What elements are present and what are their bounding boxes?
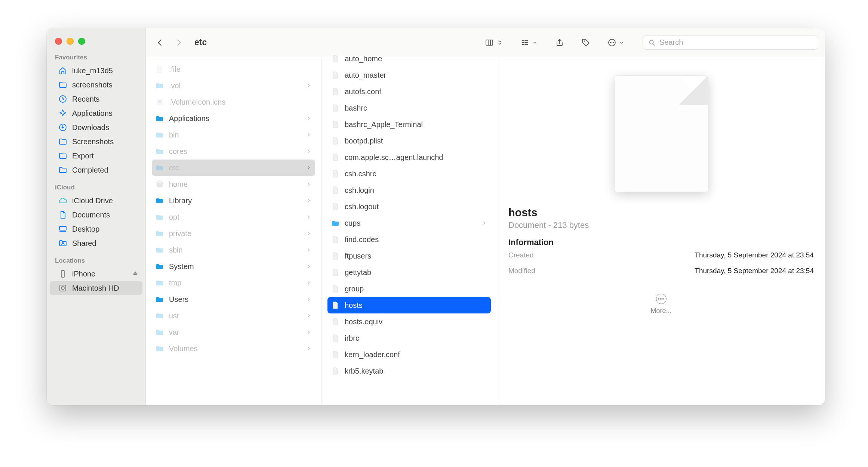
more-button[interactable]: ••• More... bbox=[508, 294, 814, 315]
search-field[interactable]: Search bbox=[643, 35, 818, 50]
file-name: Volumes bbox=[169, 344, 302, 353]
file-name: hosts bbox=[345, 301, 487, 310]
file-row[interactable]: autofs.conf bbox=[327, 83, 491, 100]
file-icon bbox=[330, 54, 340, 64]
chevron-right-icon bbox=[306, 180, 311, 189]
file-row[interactable]: group bbox=[327, 281, 491, 297]
file-row[interactable]: Users bbox=[152, 291, 315, 307]
sidebar-item-desktop[interactable]: Desktop bbox=[50, 222, 142, 236]
sidebar-item-applications[interactable]: Applications bbox=[50, 106, 142, 120]
sidebar-item-luke-m13d5[interactable]: luke_m13d5 bbox=[50, 64, 142, 78]
file-row[interactable]: gettytab bbox=[327, 264, 491, 281]
chevron-down-icon bbox=[619, 40, 625, 46]
file-row[interactable]: auto_home bbox=[327, 50, 491, 67]
file-row[interactable]: ftpusers bbox=[327, 248, 491, 264]
file-icon bbox=[155, 179, 164, 189]
forward-button[interactable] bbox=[171, 35, 186, 50]
sidebar-item-screenshots[interactable]: Screenshots bbox=[50, 134, 142, 149]
file-row[interactable]: bashrc_Apple_Terminal bbox=[327, 116, 491, 133]
file-row[interactable]: opt bbox=[152, 209, 315, 225]
tags-button[interactable] bbox=[578, 36, 593, 49]
search-placeholder: Search bbox=[659, 38, 683, 47]
file-row[interactable]: cores bbox=[152, 143, 315, 160]
file-row[interactable]: auto_master bbox=[327, 67, 491, 83]
column-0[interactable]: .file.vol.VolumeIcon.icnsApplicationsbin… bbox=[146, 57, 321, 405]
file-row[interactable]: bootpd.plist bbox=[327, 133, 491, 149]
sidebar-item-screenshots[interactable]: screenshots bbox=[50, 78, 142, 92]
file-row[interactable]: sbin bbox=[152, 242, 315, 258]
file-name: group bbox=[345, 285, 487, 293]
file-icon bbox=[155, 64, 164, 74]
group-by-button[interactable] bbox=[517, 36, 541, 49]
file-row[interactable]: csh.cshrc bbox=[327, 166, 491, 182]
eject-icon[interactable] bbox=[132, 270, 139, 278]
file-row[interactable]: .file bbox=[152, 61, 315, 77]
file-row[interactable]: bashrc bbox=[327, 100, 491, 116]
file-row[interactable]: Applications bbox=[152, 110, 315, 127]
file-row[interactable]: csh.login bbox=[327, 182, 491, 198]
file-row[interactable]: Library bbox=[152, 192, 315, 209]
file-icon bbox=[330, 350, 340, 359]
file-icon bbox=[155, 294, 164, 304]
sidebar: Favouritesluke_m13d5screenshotsRecentsAp… bbox=[47, 28, 146, 405]
file-icon bbox=[155, 97, 164, 107]
file-name: csh.login bbox=[345, 186, 487, 195]
share-button[interactable] bbox=[552, 36, 567, 49]
sidebar-section-label: Favourites bbox=[47, 54, 145, 64]
file-name: etc bbox=[169, 164, 302, 172]
sidebar-item-completed[interactable]: Completed bbox=[50, 163, 142, 177]
chevron-down-icon bbox=[532, 40, 538, 46]
info-value: Thursday, 5 September 2024 at 23:54 bbox=[695, 251, 814, 259]
file-row[interactable]: com.apple.sc…agent.launchd bbox=[327, 149, 491, 166]
file-row[interactable]: Volumes bbox=[152, 340, 315, 357]
file-row[interactable]: usr bbox=[152, 307, 315, 324]
file-row[interactable]: tmp bbox=[152, 275, 315, 291]
file-row[interactable]: hosts bbox=[327, 297, 491, 313]
sidebar-item-label: Screenshots bbox=[72, 137, 114, 146]
file-row[interactable]: System bbox=[152, 258, 315, 275]
file-row[interactable]: krb5.keytab bbox=[327, 363, 491, 379]
sidebar-item-documents[interactable]: Documents bbox=[50, 208, 142, 222]
file-row[interactable]: private bbox=[152, 225, 315, 242]
finder-window: Favouritesluke_m13d5screenshotsRecentsAp… bbox=[47, 28, 825, 405]
sidebar-item-iphone[interactable]: iPhone bbox=[50, 267, 142, 281]
download-icon bbox=[58, 123, 68, 132]
column-1[interactable]: auto_homeauto_masterautofs.confbashrcbas… bbox=[321, 50, 497, 405]
preview-info-heading: Information bbox=[508, 238, 814, 247]
back-button[interactable] bbox=[153, 35, 167, 50]
zoom-button[interactable] bbox=[78, 38, 85, 45]
sidebar-item-icloud-drive[interactable]: iCloud Drive bbox=[50, 194, 142, 208]
sidebar-item-shared[interactable]: Shared bbox=[50, 236, 142, 250]
sidebar-item-downloads[interactable]: Downloads bbox=[50, 120, 142, 134]
house-icon bbox=[58, 66, 68, 75]
view-mode-button[interactable] bbox=[481, 36, 506, 49]
file-row[interactable]: find.codes bbox=[327, 231, 491, 248]
file-icon bbox=[155, 311, 164, 321]
sidebar-item-recents[interactable]: Recents bbox=[50, 92, 142, 106]
close-button[interactable] bbox=[55, 38, 62, 45]
chevron-right-icon bbox=[306, 81, 311, 90]
info-row-created: Created Thursday, 5 September 2024 at 23… bbox=[508, 247, 814, 263]
file-row[interactable]: hosts.equiv bbox=[327, 313, 491, 330]
file-row[interactable]: etc bbox=[152, 160, 315, 176]
file-icon bbox=[330, 317, 340, 327]
file-row[interactable]: .VolumeIcon.icns bbox=[152, 94, 315, 110]
file-icon bbox=[330, 284, 340, 294]
minimize-button[interactable] bbox=[67, 38, 74, 45]
file-row[interactable]: home bbox=[152, 176, 315, 192]
file-row[interactable]: csh.logout bbox=[327, 198, 491, 215]
file-icon bbox=[330, 169, 340, 179]
file-row[interactable]: .vol bbox=[152, 77, 315, 94]
file-row[interactable]: irbrc bbox=[327, 330, 491, 346]
file-name: private bbox=[169, 229, 302, 238]
file-row[interactable]: kern_loader.conf bbox=[327, 346, 491, 363]
file-name: ftpusers bbox=[345, 252, 487, 260]
action-menu-button[interactable] bbox=[604, 36, 628, 49]
file-row[interactable]: bin bbox=[152, 127, 315, 143]
file-name: csh.cshrc bbox=[345, 170, 487, 178]
sidebar-item-export[interactable]: Export bbox=[50, 149, 142, 163]
file-row[interactable]: var bbox=[152, 324, 315, 340]
sidebar-item-macintosh-hd[interactable]: Macintosh HD bbox=[50, 281, 142, 295]
file-name: csh.logout bbox=[345, 202, 487, 211]
file-row[interactable]: cups bbox=[327, 215, 491, 231]
